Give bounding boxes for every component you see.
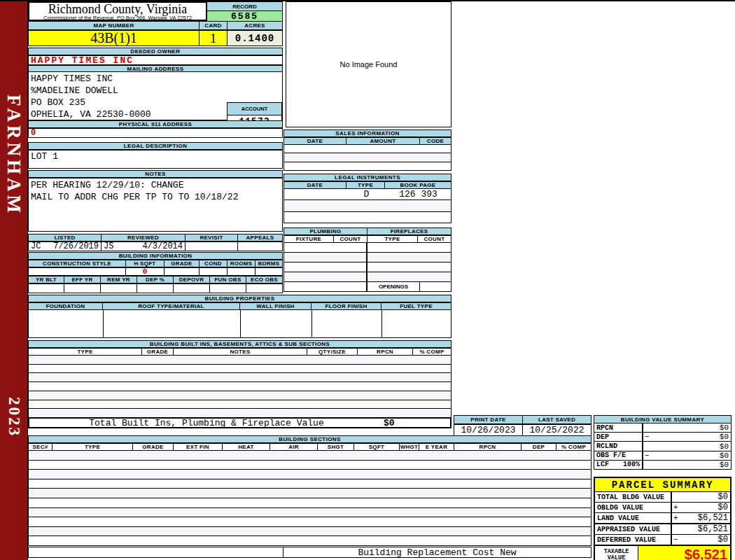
funobs-value[interactable] (210, 284, 246, 293)
print-info-table: PRINT DATE LAST SAVED 10/26/2023 10/25/2… (454, 415, 592, 435)
legal-instrument-row[interactable]: D 126 393 (284, 189, 451, 200)
built-ins-row[interactable] (29, 409, 451, 417)
last-saved-value: 10/25/2022 (523, 424, 592, 436)
sales-row[interactable] (284, 162, 451, 170)
remyr-value[interactable] (101, 284, 137, 293)
map-number-value[interactable]: 43B(1)1 (28, 30, 200, 46)
building-section-row[interactable] (29, 479, 591, 489)
funobs-label: FUN OBS (210, 276, 246, 284)
bs-extfin-label: EXT FIN (174, 443, 223, 451)
building-section-row[interactable] (29, 451, 591, 461)
listed-value[interactable]: JC 7/26/2019 (28, 241, 102, 251)
dep-pct-label: DEP % (137, 276, 174, 284)
bvs-row-obsfe: OBS F/E − $0 (594, 451, 732, 461)
legal-description-label: LEGAL DESCRIPTION (28, 142, 283, 150)
bvs-row-dep: DEP − $0 (594, 433, 732, 442)
property-photo-box[interactable]: No Image Found (286, 1, 451, 127)
built-ins-row[interactable] (29, 400, 451, 410)
record-value[interactable]: 6585 (207, 11, 282, 22)
depovr-value[interactable] (174, 284, 210, 293)
construction-style-value[interactable] (28, 267, 126, 276)
foundation-value[interactable] (29, 310, 104, 337)
plumbing-row[interactable] (284, 272, 451, 282)
building-section-row[interactable] (29, 527, 591, 537)
plumbing-fireplaces-table: PLUMBING FIREPLACES FIXTURE COUNT TYPE C… (284, 227, 451, 292)
print-date-label: PRINT DATE (454, 415, 523, 424)
tax-year: 2023 (5, 397, 23, 438)
building-section-row[interactable] (29, 517, 591, 527)
sales-code-label: CODE (420, 137, 451, 145)
yrblt-value[interactable] (28, 284, 64, 293)
effyr-value[interactable] (64, 284, 101, 293)
li-bookpage-label: BOOK PAGE (385, 181, 451, 189)
building-section-row[interactable] (29, 508, 591, 518)
notes-line: MAIL TO ADDR CHG PER TP TO TO 10/18/22 (31, 191, 282, 203)
legal-description-value[interactable]: LOT 1 (28, 150, 283, 169)
revisit-value[interactable] (186, 241, 238, 251)
notes-area[interactable]: PER HEARING 12/29/10: CHANGE MAIL TO ADD… (28, 178, 283, 232)
floorfinish-label: FLOOR FINISH (312, 302, 382, 310)
building-sections-table: BUILDING SECTIONS SEC# TYPE GRADE EXT FI… (28, 435, 592, 546)
acres-value[interactable]: 0.1400 (227, 30, 283, 46)
mailing-address-block[interactable]: HAPPY TIMES INC %MADELINE DOWELL PO BOX … (28, 72, 283, 120)
deeded-owner-value[interactable]: HAPPY TIMES INC (28, 55, 283, 65)
rooms-label: ROOMS (227, 260, 255, 267)
sales-row[interactable] (284, 153, 451, 162)
building-section-row[interactable] (29, 536, 591, 545)
bs-dep-label: DEP (522, 443, 556, 451)
plumbing-row[interactable] (284, 253, 451, 262)
bvs-value: $0 (653, 442, 731, 450)
bs-comp-label: % COMP (556, 443, 592, 451)
card-value[interactable]: 1 (200, 30, 227, 46)
ecoobs-value[interactable] (246, 284, 283, 293)
plumbing-row[interactable] (284, 262, 451, 272)
li-bookpage-value: 126 393 (386, 189, 451, 200)
ps-row-appraised: APPRAISED VALUE $6,521 (595, 524, 730, 535)
ps-label: OBLDG VALUE (595, 503, 672, 512)
reviewed-value[interactable]: JS 4/3/2014 (102, 241, 186, 251)
legal-instrument-row[interactable] (284, 212, 451, 223)
bvs-op (643, 424, 653, 432)
built-ins-row[interactable] (29, 373, 451, 382)
hsqft-value[interactable]: 0 (126, 267, 164, 276)
district-name: FARNHAM (3, 94, 24, 216)
sales-date-label: DATE (284, 137, 346, 145)
mailing-line: %MADELINE DOWELL (31, 85, 282, 97)
floorfinish-value[interactable] (312, 310, 382, 337)
legal-instrument-row[interactable] (284, 200, 451, 211)
cond-value[interactable] (200, 267, 227, 276)
building-section-row[interactable] (29, 489, 591, 498)
bvs-value: $0 (653, 451, 731, 461)
openings-label: OPENINGS (368, 282, 420, 291)
building-section-row[interactable] (29, 470, 591, 479)
bdrms-value[interactable] (255, 267, 283, 276)
fueltype-value[interactable] (382, 310, 451, 337)
bs-sqft-label: SQFT (354, 443, 400, 451)
notes-line: PER HEARING 12/29/10: CHANGE (31, 179, 282, 191)
roof-value[interactable] (104, 310, 241, 337)
construction-style-label: CONSTRUCTION STYLE (28, 260, 126, 267)
building-section-row[interactable] (29, 498, 591, 508)
built-ins-row[interactable] (29, 382, 451, 391)
built-ins-total-label: Total Built Ins, Plumbing & Fireplace Va… (29, 418, 384, 428)
ps-value: $0 (682, 535, 730, 545)
grade-value[interactable] (164, 267, 200, 276)
physical-911-value[interactable]: 0 (28, 128, 283, 138)
replacement-cost-spacer (29, 547, 284, 557)
built-ins-row[interactable] (29, 391, 451, 400)
sales-amount-label: AMOUNT (346, 137, 420, 145)
built-ins-row[interactable] (29, 365, 451, 374)
built-ins-row[interactable] (29, 356, 451, 365)
sales-row[interactable] (284, 145, 451, 153)
review-header-row: LISTED REVIEWED REVISIT APPEALS (28, 234, 283, 241)
rooms-value[interactable] (227, 267, 255, 276)
dep-pct-value[interactable] (137, 284, 174, 293)
building-value-summary: BUILDING VALUE SUMMARY RPCN $0 DEP − $0 … (594, 415, 732, 470)
wallfinish-value[interactable] (241, 310, 312, 337)
building-section-row[interactable] (29, 461, 591, 470)
appeals-value[interactable] (238, 241, 283, 251)
plumbing-row[interactable] (284, 243, 451, 253)
bi-grade-label: GRADE (142, 348, 174, 356)
ps-label: DEFERRED VALUE (595, 535, 672, 545)
li-type-label: TYPE (346, 181, 385, 189)
